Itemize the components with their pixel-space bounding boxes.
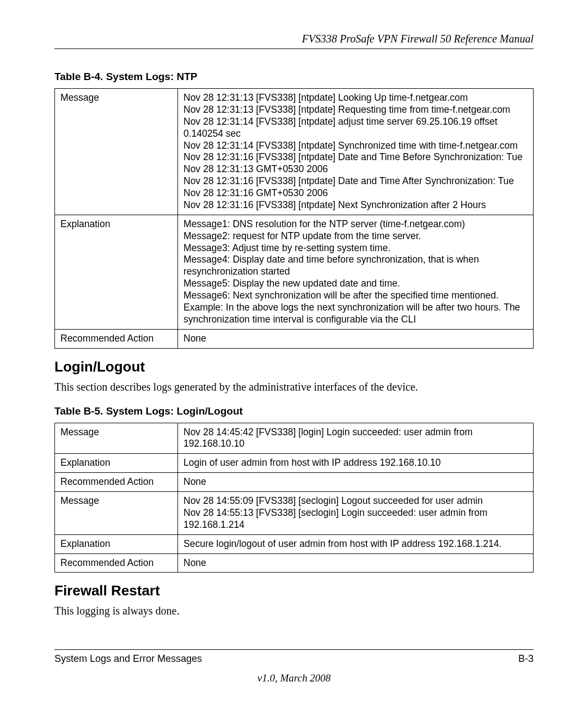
cell-value: Nov 28 14:45:42 [FVS338] [login] Login s… [178, 423, 534, 454]
cell-label: Explanation [55, 454, 178, 473]
table-row: Message Nov 28 14:55:09 [FVS338] [seclog… [55, 492, 534, 535]
table-b5: Message Nov 28 14:45:42 [FVS338] [login]… [54, 423, 534, 573]
table-row: Explanation Login of user admin from hos… [55, 454, 534, 473]
table-row: Explanation Secure login/logout of user … [55, 534, 534, 553]
cell-value: None [178, 329, 534, 348]
page: FVS338 ProSafe VPN Firewall 50 Reference… [0, 0, 588, 706]
heading-firewall-restart: Firewall Restart [54, 582, 534, 599]
table-b4: Message Nov 28 12:31:13 [FVS338] [ntpdat… [54, 88, 534, 349]
paragraph-login-intro: This section describes logs generated by… [54, 381, 534, 393]
table-row: Recommended Action None [55, 329, 534, 348]
table-row: Recommended Action None [55, 473, 534, 492]
cell-label: Recommended Action [55, 553, 178, 573]
cell-value: None [178, 553, 534, 573]
running-header: FVS338 ProSafe VPN Firewall 50 Reference… [54, 33, 534, 49]
footer-section-title: System Logs and Error Messages [54, 653, 202, 665]
cell-label: Recommended Action [55, 329, 178, 348]
footer-version: v1.0, March 2008 [54, 672, 534, 684]
cell-value: Secure login/logout of user admin from h… [178, 534, 534, 553]
table-row: Message Nov 28 12:31:13 [FVS338] [ntpdat… [55, 89, 534, 215]
cell-label: Explanation [55, 215, 178, 329]
cell-value: Nov 28 12:31:13 [FVS338] [ntpdate] Looki… [178, 89, 534, 215]
cell-label: Explanation [55, 534, 178, 553]
cell-label: Message [55, 492, 178, 535]
cell-value: None [178, 473, 534, 492]
table-row: Recommended Action None [55, 553, 534, 573]
cell-value: Login of user admin from host with IP ad… [178, 454, 534, 473]
table-b4-caption: Table B-4. System Logs: NTP [54, 71, 534, 83]
paragraph-firewall-intro: This logging is always done. [54, 605, 534, 617]
cell-label: Recommended Action [55, 473, 178, 492]
table-b5-caption: Table B-5. System Logs: Login/Logout [54, 405, 534, 417]
heading-login-logout: Login/Logout [54, 358, 534, 375]
cell-value: Nov 28 14:55:09 [FVS338] [seclogin] Logo… [178, 492, 534, 535]
table-row: Explanation Message1: DNS resolution for… [55, 215, 534, 329]
cell-label: Message [55, 89, 178, 215]
page-footer: System Logs and Error Messages B-3 v1.0,… [54, 649, 534, 684]
table-row: Message Nov 28 14:45:42 [FVS338] [login]… [55, 423, 534, 454]
cell-value: Message1: DNS resolution for the NTP ser… [178, 215, 534, 329]
footer-page-number: B-3 [518, 653, 534, 665]
cell-label: Message [55, 423, 178, 454]
footer-top-row: System Logs and Error Messages B-3 [54, 649, 534, 665]
